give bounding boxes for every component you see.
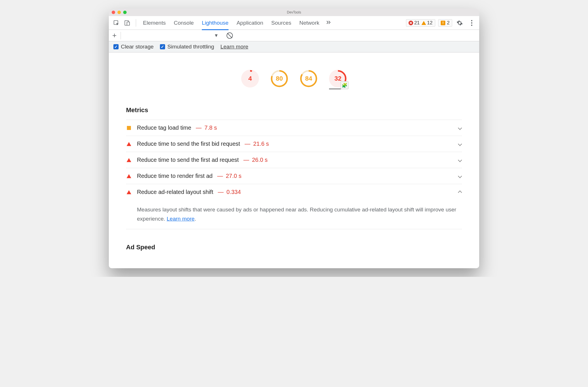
audit-label: Reduce time to send the first bid reques… [137, 141, 240, 147]
audit-dash: — [243, 157, 249, 163]
titlebar: DevTools [109, 9, 479, 16]
warning-count: 12 [427, 20, 433, 26]
score-gauge[interactable]: 4 [241, 70, 259, 89]
audit-label: Reduce time to render first ad [137, 173, 212, 179]
error-count: 21 [414, 20, 420, 26]
audit-description: Measures layout shifts that were caused … [126, 200, 462, 229]
score-gauge[interactable]: 80 [270, 70, 288, 89]
audit-value: 27.0 s [226, 173, 241, 179]
plugin-icon: 🧩 [341, 81, 349, 89]
toolbar-right: 21 12 2 [406, 18, 476, 28]
warning-icon [421, 21, 426, 25]
clear-storage-checkbox[interactable]: ✓ Clear storage [113, 44, 154, 50]
triangle-icon [127, 174, 131, 178]
new-report-button[interactable]: + [112, 31, 117, 40]
audit-label: Reduce tag load time [137, 125, 191, 131]
more-menu-icon[interactable] [467, 18, 476, 28]
audit-dash: — [245, 141, 250, 147]
tab-network[interactable]: Network [299, 16, 320, 30]
report-dropdown-icon[interactable]: ▼ [214, 33, 218, 38]
simulated-throttling-label: Simulated throttling [167, 44, 214, 50]
lighthouse-subbar: + ▼ [109, 30, 479, 41]
issues-count: 2 [447, 20, 450, 26]
minimize-window-button[interactable] [117, 11, 121, 14]
audit-value: 7.8 s [204, 125, 217, 131]
simulated-throttling-checkbox[interactable]: ✓ Simulated throttling [160, 44, 214, 50]
issues-status[interactable]: 2 [438, 19, 452, 27]
settings-learn-more-link[interactable]: Learn more [220, 44, 248, 50]
square-icon [127, 126, 131, 130]
tab-application[interactable]: Application [237, 16, 263, 30]
error-icon [409, 21, 413, 25]
checkbox-checked-icon: ✓ [113, 44, 119, 49]
audit-row[interactable]: Reduce time to send the first ad request… [126, 152, 462, 168]
expand-icon [459, 141, 461, 147]
score-gauge[interactable]: 32🧩 [329, 70, 347, 89]
audit-row[interactable]: Reduce time to render first ad—27.0 s [126, 168, 462, 184]
audit-value: 0.334 [227, 189, 241, 195]
audit-row[interactable]: Reduce time to send the first bid reques… [126, 136, 462, 152]
more-tabs-icon[interactable] [326, 20, 331, 26]
lighthouse-settings: ✓ Clear storage ✓ Simulated throttling L… [109, 41, 479, 52]
score-gauge[interactable]: 84 [300, 70, 318, 89]
clear-storage-label: Clear storage [121, 44, 154, 50]
svg-point-4 [471, 22, 472, 23]
audit-dash: — [196, 125, 202, 131]
traffic-lights [112, 11, 127, 14]
audit-value: 21.6 s [253, 141, 269, 147]
separator [121, 32, 121, 39]
settings-icon[interactable] [455, 18, 464, 28]
tab-console[interactable]: Console [174, 16, 194, 30]
devtools-window: DevTools Elements Console Lighthouse App… [109, 9, 479, 268]
main-toolbar: Elements Console Lighthouse Application … [109, 16, 479, 30]
tab-sources[interactable]: Sources [271, 16, 291, 30]
metrics-heading: Metrics [126, 106, 462, 114]
console-status[interactable]: 21 12 [406, 19, 435, 27]
expand-icon [459, 157, 461, 163]
divider [126, 229, 462, 229]
checkbox-checked-icon: ✓ [160, 44, 165, 49]
panel-tabs: Elements Console Lighthouse Application … [143, 16, 319, 30]
audit-label: Reduce ad-related layout shift [137, 189, 213, 195]
tab-lighthouse[interactable]: Lighthouse [202, 16, 229, 30]
inspect-icon[interactable] [112, 18, 121, 28]
ad-speed-heading: Ad Speed [126, 244, 462, 251]
triangle-icon [127, 142, 131, 146]
clear-all-icon[interactable] [227, 32, 233, 39]
audit-row[interactable]: Reduce ad-related layout shift—0.334 [126, 184, 462, 200]
close-window-button[interactable] [112, 11, 115, 14]
triangle-icon [127, 158, 131, 162]
expand-icon [459, 189, 461, 195]
issues-icon [441, 21, 445, 25]
audit-value: 26.0 s [252, 157, 268, 163]
expand-icon [459, 125, 461, 131]
audit-label: Reduce time to send the first ad request [137, 157, 239, 163]
audit-dash: — [218, 189, 224, 195]
audit-row[interactable]: Reduce tag load time—7.8 s [126, 120, 462, 136]
tab-elements[interactable]: Elements [143, 16, 166, 30]
score-gauges: 4808432🧩 [109, 52, 479, 104]
window-title: DevTools [287, 10, 301, 14]
zoom-window-button[interactable] [123, 11, 127, 14]
triangle-icon [127, 190, 131, 194]
svg-point-3 [471, 20, 472, 21]
lighthouse-report: Metrics Reduce tag load time—7.8 sReduce… [109, 106, 479, 268]
audit-learn-more-link[interactable]: Learn more [167, 216, 195, 222]
svg-point-5 [471, 24, 472, 26]
device-toggle-icon[interactable] [123, 18, 132, 28]
separator [136, 19, 136, 27]
svg-rect-2 [127, 22, 129, 25]
audit-dash: — [217, 173, 223, 179]
expand-icon [459, 174, 461, 179]
